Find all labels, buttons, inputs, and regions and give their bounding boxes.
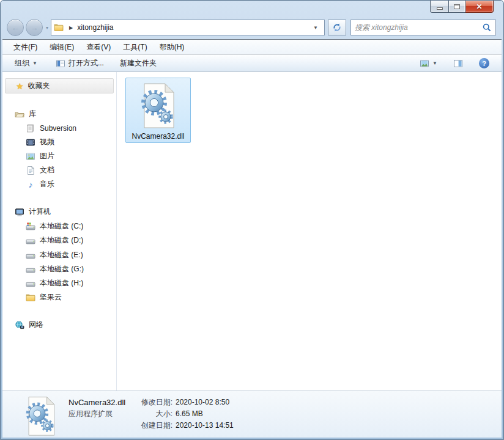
created-date-value: 2020-10-13 14:51 xyxy=(176,420,234,431)
menu-help[interactable]: 帮助(H) xyxy=(154,40,191,54)
document-icon xyxy=(26,166,35,175)
new-folder-button[interactable]: 新建文件夹 xyxy=(115,56,161,70)
subversion-label: Subversion xyxy=(40,124,76,133)
minimize-icon xyxy=(437,7,443,10)
videos-label: 视频 xyxy=(40,137,54,147)
sidebar-item-favorites[interactable]: ★ 收藏夹 xyxy=(5,78,114,94)
computer-label: 计算机 xyxy=(29,207,51,217)
change-view-button[interactable]: ▼ xyxy=(415,57,442,70)
folder-icon xyxy=(26,293,35,302)
help-button[interactable]: ? xyxy=(474,56,494,70)
menu-bar: 文件(F) 编辑(E) 查看(V) 工具(T) 帮助(H) xyxy=(2,40,502,55)
sidebar-item-nutstore[interactable]: 坚果云 xyxy=(2,291,62,304)
toolbar-right-group: ▼ ? xyxy=(415,56,494,70)
favorites-label: 收藏夹 xyxy=(28,81,50,91)
recent-pages-dropdown[interactable]: ▾ xyxy=(46,25,48,31)
drive-icon xyxy=(26,236,35,246)
back-button[interactable]: ← xyxy=(7,19,24,36)
sidebar-item-drive-e[interactable]: 本地磁盘 (E:) xyxy=(2,249,83,262)
organize-dropdown-icon: ▼ xyxy=(32,61,37,66)
sidebar-item-documents[interactable]: 文档 xyxy=(2,164,54,177)
network-icon xyxy=(15,320,24,330)
drive-icon xyxy=(26,279,35,288)
drive-c-label: 本地磁盘 (C:) xyxy=(40,221,83,232)
library-icon xyxy=(26,123,35,133)
libraries-icon xyxy=(15,109,24,119)
refresh-button[interactable] xyxy=(328,20,346,35)
drive-d-label: 本地磁盘 (D:) xyxy=(40,235,83,246)
address-bar[interactable]: ▶ xitongzhijia ▼ xyxy=(51,20,325,35)
star-icon: ★ xyxy=(16,82,24,90)
menu-view[interactable]: 查看(V) xyxy=(80,40,117,54)
forward-button[interactable]: → xyxy=(26,19,43,36)
folder-icon xyxy=(54,23,64,32)
menu-file[interactable]: 文件(F) xyxy=(7,40,43,54)
close-icon: ✕ xyxy=(476,3,482,10)
window-body: 文件(F) 编辑(E) 查看(V) 工具(T) 帮助(H) 组织 ▼ 打开方式.… xyxy=(2,39,502,438)
preview-pane-icon xyxy=(453,59,463,68)
created-date-label: 创建日期: xyxy=(131,420,172,431)
dll-file-icon xyxy=(23,396,59,436)
details-pane: NvCamera32.dll 修改日期: 2020-10-02 8:50 应用程… xyxy=(2,391,502,438)
new-folder-label: 新建文件夹 xyxy=(120,58,157,68)
sidebar-item-drive-g[interactable]: 本地磁盘 (G:) xyxy=(2,263,84,276)
drive-icon xyxy=(26,265,35,274)
help-icon: ? xyxy=(479,58,489,68)
search-box[interactable] xyxy=(350,20,496,35)
sidebar-item-libraries[interactable]: 库 xyxy=(2,108,36,120)
navigation-pane: ★ 收藏夹 库 Subversion 视频 图片 xyxy=(2,72,117,391)
address-dropdown-icon[interactable]: ▼ xyxy=(309,25,322,31)
drive-e-label: 本地磁盘 (E:) xyxy=(40,250,83,260)
sidebar-item-drive-d[interactable]: 本地磁盘 (D:) xyxy=(2,234,83,247)
details-spacer xyxy=(69,420,128,431)
size-value: 6.65 MB xyxy=(176,408,234,420)
dll-file-icon xyxy=(138,82,179,129)
computer-icon xyxy=(15,207,24,217)
preview-pane-button[interactable] xyxy=(448,57,468,70)
restore-icon xyxy=(454,4,460,9)
maximize-button[interactable] xyxy=(448,1,465,13)
open-with-icon xyxy=(56,59,65,68)
breadcrumb[interactable]: xitongzhijia xyxy=(77,23,113,32)
documents-label: 文档 xyxy=(40,165,54,175)
sidebar-item-subversion[interactable]: Subversion xyxy=(2,122,76,134)
drive-h-label: 本地磁盘 (H:) xyxy=(40,278,83,288)
search-input[interactable] xyxy=(355,23,482,32)
menu-edit[interactable]: 编辑(E) xyxy=(43,40,80,54)
film-icon xyxy=(26,138,35,147)
window-controls: ✕ xyxy=(430,1,494,13)
breadcrumb-arrow-icon: ▶ xyxy=(69,25,73,31)
picture-icon xyxy=(26,152,35,161)
pictures-label: 图片 xyxy=(40,151,54,161)
details-grid: NvCamera32.dll 修改日期: 2020-10-02 8:50 应用程… xyxy=(69,397,234,438)
open-with-button[interactable]: 打开方式... xyxy=(51,56,109,70)
system-drive-icon xyxy=(26,222,35,232)
sidebar-item-videos[interactable]: 视频 xyxy=(2,136,54,148)
organize-button[interactable]: 组织 ▼ xyxy=(10,56,42,70)
sidebar-item-music[interactable]: ♪ 音乐 xyxy=(2,178,54,191)
sidebar-item-computer[interactable]: 计算机 xyxy=(2,205,51,218)
sidebar-item-pictures[interactable]: 图片 xyxy=(2,150,54,163)
sidebar-item-network[interactable]: 网络 xyxy=(2,318,43,331)
modified-date-label: 修改日期: xyxy=(131,397,172,408)
sidebar-item-drive-c[interactable]: 本地磁盘 (C:) xyxy=(2,220,83,233)
modified-date-value: 2020-10-02 8:50 xyxy=(176,397,234,408)
search-icon xyxy=(482,23,492,32)
refresh-icon xyxy=(332,23,342,32)
size-label: 大小: xyxy=(131,408,172,420)
file-list: NvCamera32.dll xyxy=(117,72,502,391)
explorer-window: ✕ ← → ▾ ▶ xitongzhijia ▼ 文件(F) 编辑(E) 查看(… xyxy=(0,0,504,440)
drive-g-label: 本地磁盘 (G:) xyxy=(40,264,84,274)
file-item-nvcamera32[interactable]: NvCamera32.dll xyxy=(125,78,191,143)
organize-label: 组织 xyxy=(15,58,29,68)
details-file-name: NvCamera32.dll xyxy=(69,397,128,408)
close-button[interactable]: ✕ xyxy=(465,1,494,13)
views-icon xyxy=(420,59,429,68)
music-label: 音乐 xyxy=(40,179,54,189)
libraries-label: 库 xyxy=(29,109,36,119)
menu-tools[interactable]: 工具(T) xyxy=(117,40,153,54)
sidebar-item-drive-h[interactable]: 本地磁盘 (H:) xyxy=(2,277,83,290)
navigation-bar: ← → ▾ ▶ xitongzhijia ▼ xyxy=(7,19,496,36)
back-arrow-icon: ← xyxy=(12,24,20,32)
minimize-button[interactable] xyxy=(430,1,448,13)
